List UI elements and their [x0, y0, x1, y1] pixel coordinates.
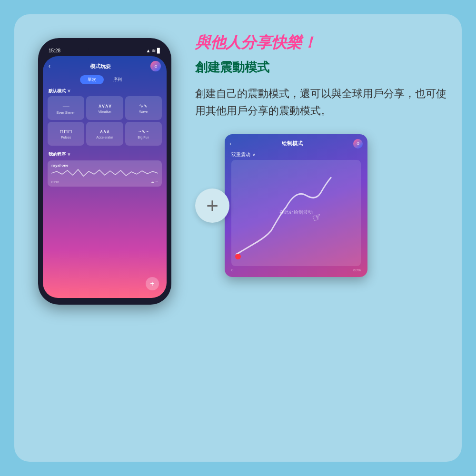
program-wave [51, 168, 158, 179]
draw-device-label: 双重震动 ∨ [231, 151, 361, 158]
draw-area-placeholder: 在此处绘制波动 [279, 209, 313, 216]
phone-mockup: 15:28 ▲ ≋ ▊ ‹ 模式玩耍 ⊙ 單次 序列 默认模式 ∨ [38, 38, 171, 305]
draw-card-header: ‹ 绘制模式 ⊙ [229, 139, 363, 149]
subtitle: 創建震動模式 [195, 59, 447, 76]
even-steven-label: Even Steven [57, 111, 76, 114]
mode-bigfun[interactable]: ~∿~ Big Fun [125, 122, 162, 146]
draw-card-device-icon: ⊙ [353, 139, 363, 149]
program-footer: 01:01 ☁ ··· [51, 180, 158, 184]
program-card[interactable]: royal one 01:01 ☁ ··· [48, 160, 162, 187]
draw-area[interactable]: 100 % 在此处绘制波动 ☞ [231, 160, 361, 266]
tab-single[interactable]: 單次 [80, 75, 104, 84]
mode-grid: — Even Steven ∧∨∧∨ Vibration ∿∿ Wave ⊓⊓⊓… [43, 95, 167, 147]
accelerator-icon: ∧∧∧ [99, 129, 109, 135]
screen-tabs: 單次 序列 [43, 73, 167, 86]
plus-circle[interactable]: + [195, 188, 229, 223]
vibration-icon: ∧∨∧∨ [98, 103, 111, 109]
bigfun-label: Big Fun [138, 136, 149, 139]
main-card: 15:28 ▲ ≋ ▊ ‹ 模式玩耍 ⊙ 單次 序列 默认模式 ∨ [14, 14, 462, 462]
section2-label: 我的程序 ∨ [43, 149, 167, 159]
device-icon-btn[interactable]: ⊙ [150, 61, 161, 71]
mode-vibration[interactable]: ∧∨∧∨ Vibration [86, 96, 123, 120]
draw-start-dot [235, 254, 241, 259]
mode-wave[interactable]: ∿∿ Wave [125, 96, 162, 120]
phone-notch [88, 45, 121, 53]
tab-sequence[interactable]: 序列 [106, 75, 129, 84]
mode-even-steven[interactable]: — Even Steven [48, 96, 84, 120]
status-time: 15:28 [49, 48, 60, 53]
right-panel: 與他人分享快樂！ 創建震動模式 創建自己的震動模式，還可以與全球用戶分享，也可使… [195, 33, 447, 277]
mode-accelerator[interactable]: ∧∧∧ Accelerator [86, 122, 123, 146]
status-icons: ▲ ≋ ▊ [146, 48, 161, 53]
my-programs: royal one 01:01 ☁ ··· [43, 159, 167, 188]
draw-bottom-bar: 0 60% [229, 267, 363, 272]
headline: 與他人分享快樂！ [195, 33, 447, 51]
screen-header: ‹ 模式玩耍 ⊙ [43, 56, 167, 73]
phone-fab[interactable]: + [146, 277, 159, 290]
program-actions: ☁ ··· [151, 180, 158, 184]
draw-card: ‹ 绘制模式 ⊙ 双重震动 ∨ 100 % 在此处绘制波动 ☞ [225, 134, 367, 277]
body-text: 創建自己的震動模式，還可以與全球用戶分享，也可使用其他用戶分享的震動模式。 [195, 85, 447, 119]
bottom-feature: + ‹ 绘制模式 ⊙ 双重震动 ∨ 100 % 在此处绘制波动 ☞ [195, 134, 447, 277]
draw-x-start: 0 [231, 268, 233, 272]
program-title: royal one [51, 163, 158, 168]
section1-label: 默认模式 ∨ [43, 86, 167, 95]
screen-title: 模式玩耍 [50, 63, 150, 70]
pulses-icon: ⊓⊓⊓ [60, 129, 72, 135]
even-steven-icon: — [63, 102, 69, 110]
pulses-label: Pulses [61, 136, 71, 139]
wave-icon: ∿∿ [139, 103, 148, 109]
accelerator-label: Accelerator [96, 136, 113, 139]
wave-label: Wave [139, 110, 148, 113]
phone-wrapper: 15:28 ▲ ≋ ▊ ‹ 模式玩耍 ⊙ 單次 序列 默认模式 ∨ [29, 38, 181, 305]
program-time: 01:01 [51, 180, 60, 184]
phone-screen: ‹ 模式玩耍 ⊙ 單次 序列 默认模式 ∨ — Even Steven [43, 56, 167, 298]
draw-card-title: 绘制模式 [231, 140, 353, 147]
draw-x-end: 60% [353, 268, 361, 272]
bigfun-icon: ~∿~ [138, 129, 149, 135]
mode-pulses[interactable]: ⊓⊓⊓ Pulses [48, 122, 84, 146]
vibration-label: Vibration [98, 110, 111, 113]
